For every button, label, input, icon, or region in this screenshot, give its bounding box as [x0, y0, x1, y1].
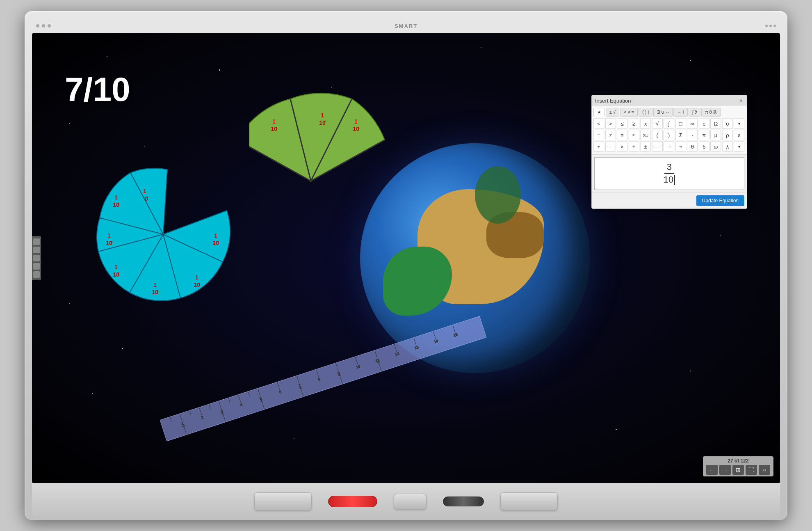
monitor-dot-sm: [769, 25, 772, 27]
earth-land2: [383, 247, 452, 316]
dialog-toolbar: ★ ± √ < ≠ ≡ ( ) | ∃ ∪ ∷ → I ∫ ∂ π θ ℝ < …: [592, 106, 747, 155]
side-btn-4[interactable]: [33, 263, 40, 270]
dialog-tab-sets[interactable]: ∃ ∪ ∷: [653, 108, 672, 117]
symbol-square[interactable]: □: [675, 118, 686, 129]
symbol-omega[interactable]: ω: [710, 141, 721, 152]
dialog-close-button[interactable]: ×: [739, 97, 744, 104]
equation-display: 3 10: [661, 162, 677, 185]
monitor-dot-sm: [773, 25, 776, 27]
svg-text:1: 1: [214, 232, 217, 239]
update-equation-button[interactable]: Update Equation: [696, 195, 744, 206]
svg-text:10: 10: [353, 126, 359, 132]
symbol-theta[interactable]: θ: [687, 141, 698, 152]
symbol-sigma[interactable]: Σ: [675, 130, 686, 140]
symbol-geq[interactable]: ≥: [629, 118, 639, 129]
nav-expand-button[interactable]: ↔: [759, 465, 770, 475]
symbol-integral[interactable]: ∫: [664, 118, 674, 129]
symbol-leq[interactable]: ≤: [617, 118, 627, 129]
svg-text:10: 10: [152, 289, 158, 295]
nav-next-button[interactable]: →: [719, 465, 731, 475]
dialog-footer: Update Equation: [592, 192, 747, 208]
symbol-mu[interactable]: μ: [710, 130, 721, 140]
symbol-approx[interactable]: ≈: [629, 130, 639, 140]
dialog-tab-relations[interactable]: < ≠ ≡: [620, 108, 638, 117]
symbol-epsilon[interactable]: ε: [734, 130, 744, 140]
nav-prev-button[interactable]: ←: [706, 465, 718, 475]
bottom-button-right[interactable]: [500, 492, 558, 510]
symbol-e[interactable]: e: [699, 118, 709, 129]
nav-grid-button[interactable]: ⊞: [732, 465, 744, 475]
svg-text:1: 1: [114, 264, 118, 270]
equation-input-area[interactable]: 3 10: [594, 157, 744, 190]
svg-text:10: 10: [194, 282, 200, 288]
symbol-lt[interactable]: <: [593, 118, 604, 129]
svg-text:1: 1: [321, 112, 324, 119]
symbol-neq[interactable]: ≠: [605, 130, 616, 140]
bottom-pen-dark: [443, 497, 484, 506]
bottom-button-center[interactable]: [394, 494, 427, 509]
svg-text:10: 10: [212, 240, 219, 246]
monitor-dot: [42, 24, 45, 27]
svg-text:1: 1: [114, 194, 118, 201]
dialog-tab-greek[interactable]: π θ ℝ: [701, 108, 721, 117]
equation-numerator: 3: [664, 162, 674, 174]
symbol-cdot[interactable]: ·: [687, 130, 698, 140]
symbol-not[interactable]: ¬: [675, 141, 686, 152]
svg-text:1: 1: [153, 282, 157, 288]
symbol-upsilon[interactable]: υ: [722, 118, 733, 129]
symbol-x[interactable]: x: [640, 118, 651, 129]
dialog-tab-favorites[interactable]: ★: [593, 108, 605, 117]
svg-text:10: 10: [271, 126, 277, 132]
svg-text:1: 1: [272, 118, 276, 125]
nav-fullscreen-button[interactable]: ⛶: [746, 465, 757, 475]
symbol-pm[interactable]: ±: [640, 141, 651, 152]
left-side-panel: [32, 236, 41, 280]
symbol-equiv[interactable]: ≡: [617, 130, 627, 140]
svg-text:1: 1: [195, 274, 198, 281]
page-info: 27 of 122: [728, 458, 748, 464]
symbol-eq[interactable]: =: [593, 130, 604, 140]
symbol-rparen[interactable]: ): [664, 130, 674, 140]
monitor-dots-left: [36, 24, 51, 27]
screen-wrapper: 7/10 1 10 1 10 1: [32, 33, 780, 483]
symbol-more3[interactable]: ▾: [734, 141, 744, 152]
dialog-tab-arrows[interactable]: → I: [673, 108, 688, 117]
symbol-pi[interactable]: π: [699, 130, 709, 140]
insert-equation-dialog: Insert Equation × ★ ± √ < ≠ ≡ ( ) | ∃ ∪ …: [591, 95, 747, 209]
svg-text:1: 1: [107, 232, 111, 239]
symbol-delta[interactable]: δ: [699, 141, 709, 152]
symbol-lambda[interactable]: λ: [722, 141, 733, 152]
green-slices-svg: 1 10 1 10 1 10: [249, 66, 405, 210]
symbol-gt[interactable]: >: [605, 118, 616, 129]
symbol-omega-cap[interactable]: Ω: [710, 118, 721, 129]
symbol-infinity[interactable]: ∞: [687, 118, 698, 129]
side-btn-1[interactable]: [33, 238, 40, 245]
symbol-dash[interactable]: —: [652, 141, 663, 152]
dialog-tab-brackets[interactable]: ( ) |: [639, 108, 652, 117]
symbol-xsup[interactable]: x□: [640, 130, 651, 140]
symbol-sqrt[interactable]: √: [652, 118, 663, 129]
bottom-button-left[interactable]: [254, 492, 312, 510]
symbol-rho[interactable]: ρ: [722, 130, 733, 140]
symbol-grid-row3: + - × ÷ ± — → ¬ θ δ ω λ ▾: [593, 141, 745, 152]
equation-cursor: [674, 175, 675, 185]
symbol-grid-row1: < > ≤ ≥ x √ ∫ □ ∞ e Ω υ ▾: [593, 118, 745, 129]
svg-text:1: 1: [354, 118, 358, 125]
svg-text:10: 10: [319, 119, 326, 126]
bottom-pen-red: [328, 496, 377, 507]
symbol-minus[interactable]: -: [605, 141, 616, 152]
side-btn-5[interactable]: [33, 271, 40, 278]
symbol-div[interactable]: ÷: [629, 141, 639, 152]
symbol-times[interactable]: ×: [617, 141, 627, 152]
dialog-title: Insert Equation: [595, 98, 631, 104]
symbol-more1[interactable]: ▾: [734, 118, 744, 129]
cyan-slices-svg: 1 10 1 10 1 10 1: [48, 107, 253, 320]
symbol-lparen[interactable]: (: [652, 130, 663, 140]
monitor: SMART: [25, 11, 787, 520]
dialog-tab-operators[interactable]: ± √: [606, 108, 619, 117]
symbol-plus[interactable]: +: [593, 141, 604, 152]
dialog-tab-calculus[interactable]: ∫ ∂: [689, 108, 701, 117]
side-btn-2[interactable]: [33, 247, 40, 253]
symbol-arrow[interactable]: →: [664, 141, 674, 152]
side-btn-3[interactable]: [33, 255, 40, 261]
